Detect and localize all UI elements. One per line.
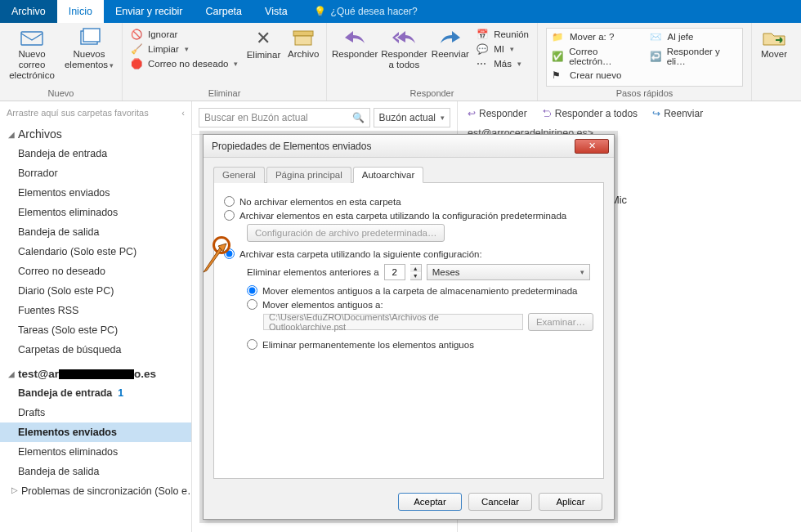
tab-home[interactable]: Inicio xyxy=(57,0,104,23)
opt-default-settings-radio[interactable] xyxy=(224,210,235,221)
tab-folder[interactable]: Carpeta xyxy=(195,0,253,23)
folder-outbox[interactable]: Bandeja de salida xyxy=(0,222,191,242)
ribbon-group-delete-label: Eliminar xyxy=(128,87,321,101)
folder-deleted[interactable]: Elementos eliminados xyxy=(0,203,191,222)
folder-tasks[interactable]: Tareas (Solo este PC) xyxy=(0,320,191,340)
opt-perm-delete[interactable]: Eliminar permanentemente los elementos a… xyxy=(247,339,593,350)
clean-older-unit-dropdown[interactable]: Meses▾ xyxy=(427,264,590,280)
dialog-cancel-button[interactable]: Cancelar xyxy=(468,493,532,511)
im-icon: 💬 xyxy=(477,43,490,55)
search-icon: 🔍 xyxy=(352,112,365,123)
ignore-button[interactable]: 🚫Ignorar xyxy=(128,28,241,41)
ribbon-group-respond: Responder Responder a todos Reenviar 📅Re… xyxy=(327,23,538,101)
account-folder-deleted[interactable]: Elementos eliminados xyxy=(0,442,191,462)
delete-button[interactable]: ✕ Eliminar xyxy=(244,25,282,61)
reply-button[interactable]: Responder xyxy=(332,25,378,60)
tell-me-box[interactable]: 💡 ¿Qué desea hacer? xyxy=(299,0,418,23)
reading-forward-button[interactable]: ↪Reenviar xyxy=(652,108,703,119)
more-icon: ⋯ xyxy=(477,58,490,69)
folder-calendar[interactable]: Calendario (Solo este PC) xyxy=(0,242,191,262)
folder-junk[interactable]: Correo no deseado xyxy=(0,262,191,281)
opt-no-archive-radio[interactable] xyxy=(224,196,235,207)
opt-move-to-radio[interactable] xyxy=(247,299,257,310)
account-folder-inbox[interactable]: Bandeja de entrada 1 xyxy=(0,383,191,403)
dialog-close-button[interactable]: ✕ xyxy=(575,139,609,154)
dialog-titlebar[interactable]: Propiedades de Elementos enviados ✕ xyxy=(204,135,614,158)
dialog-title: Propiedades de Elementos enviados xyxy=(212,141,371,152)
tab-file[interactable]: Archivo xyxy=(0,0,57,23)
opt-move-default-radio[interactable] xyxy=(247,285,257,296)
opt-move-to-path[interactable]: Mover elementos antiguos a: xyxy=(247,299,593,310)
reply-all-button[interactable]: Responder a todos xyxy=(381,25,427,70)
account-folder-outbox[interactable]: Bandeja de salida xyxy=(0,462,191,481)
spin-down-icon[interactable]: ▼ xyxy=(410,272,421,279)
quickstep-create-new[interactable]: ⚑Crear nuevo xyxy=(552,69,640,81)
folder-search[interactable]: Carpetas de búsqueda xyxy=(0,340,191,360)
opt-no-archive[interactable]: No archivar elementos en esta carpeta xyxy=(224,196,593,207)
check-mail-icon: ✅ xyxy=(552,51,564,62)
sidebar-account-header[interactable]: ◢ test@aro.es xyxy=(0,360,191,383)
quickstep-email-mgr[interactable]: ✅Correo electrón… xyxy=(552,47,640,66)
opt-perm-delete-radio[interactable] xyxy=(247,339,257,350)
favorites-drop-hint: Arrastre aquí sus carpetas favoritas‹ xyxy=(0,105,191,121)
archive-button[interactable]: Archivo xyxy=(285,25,321,60)
dialog-tab-homepage[interactable]: Página principal xyxy=(266,167,351,183)
dialog-tab-autoarchive[interactable]: Autoarchivar xyxy=(353,167,424,183)
search-input[interactable]: Buscar en Buzón actual 🔍 xyxy=(199,108,370,127)
spin-up-icon[interactable]: ▲ xyxy=(410,265,421,272)
folder-sent[interactable]: Elementos enviados xyxy=(0,183,191,203)
dialog-ok-button[interactable]: Aceptar xyxy=(398,493,462,511)
folder-journal[interactable]: Diario (Solo este PC) xyxy=(0,281,191,301)
quickstep-reply-delete[interactable]: ↩️Responder y eli… xyxy=(650,47,738,66)
account-folder-drafts[interactable]: Drafts xyxy=(0,403,191,422)
cleanup-button[interactable]: 🧹Limpiar▾ xyxy=(128,42,241,56)
reply-all-icon xyxy=(391,28,417,47)
svg-rect-4 xyxy=(295,36,311,45)
meeting-button[interactable]: 📅Reunión xyxy=(473,28,532,41)
svg-rect-3 xyxy=(293,31,313,36)
archive-path-field[interactable]: C:\Users\EduZRO\Documents\Archivos de Ou… xyxy=(263,314,523,330)
new-mail-button[interactable]: Nuevo correo electrónico xyxy=(5,25,59,82)
folder-inbox[interactable]: Bandeja de entrada xyxy=(0,144,191,163)
opt-default-settings[interactable]: Archivar elementos en esta carpeta utili… xyxy=(224,210,593,221)
forward-button[interactable]: Reenviar xyxy=(431,25,471,60)
quickstep-move-to[interactable]: 📁Mover a: ? xyxy=(552,31,640,42)
account-folder-sent[interactable]: Elementos enviados xyxy=(0,422,191,442)
opt-custom-settings-radio[interactable] xyxy=(224,248,235,259)
chevron-down-icon: ▾ xyxy=(580,268,584,276)
move-button[interactable]: Mover xyxy=(757,25,791,60)
reading-reply-all-button[interactable]: ⮌Responder a todos xyxy=(542,108,638,119)
search-scope-dropdown[interactable]: Buzón actual▾ xyxy=(374,108,450,127)
reply-delete-icon: ↩️ xyxy=(650,51,662,62)
new-items-button[interactable]: Nuevos elementos▾ xyxy=(62,25,116,70)
folder-rss[interactable]: Fuentes RSS xyxy=(0,301,191,320)
clean-older-value[interactable] xyxy=(384,264,405,280)
chevron-left-icon[interactable]: ‹ xyxy=(181,108,185,118)
broom-icon: 🧹 xyxy=(131,43,144,55)
browse-button[interactable]: Examinar… xyxy=(528,313,593,331)
dialog-tab-general[interactable]: General xyxy=(213,167,265,183)
ribbon-group-quicksteps-label: Pasos rápidos xyxy=(543,87,746,101)
junk-button[interactable]: 🛑Correo no deseado▾ xyxy=(128,57,241,70)
folder-drafts[interactable]: Borrador xyxy=(0,163,191,183)
quickstep-to-boss[interactable]: ✉️Al jefe xyxy=(650,31,738,42)
ribbon-tabs: Archivo Inicio Enviar y recibir Carpeta … xyxy=(0,0,801,23)
sidebar-data-file-header[interactable]: ◢ Archivos xyxy=(0,121,191,144)
more-respond-button[interactable]: ⋯Más▾ xyxy=(473,57,532,70)
flag-icon: ⚑ xyxy=(552,69,565,81)
account-folder-sync-issues[interactable]: ▷ Problemas de sincronización (Solo e… xyxy=(0,481,191,501)
caret-right-icon: ▷ xyxy=(11,485,18,497)
reading-reply-button[interactable]: ↩Responder xyxy=(468,108,527,119)
clean-older-spinner[interactable]: ▲▼ xyxy=(410,264,422,280)
dialog-apply-button[interactable]: Aplicar xyxy=(539,493,602,511)
opt-custom-settings[interactable]: Archivar esta carpeta utilizando la sigu… xyxy=(224,248,593,259)
reply-all-icon: ⮌ xyxy=(542,108,552,119)
new-items-label: Nuevos elementos▾ xyxy=(62,49,116,70)
tab-view[interactable]: Vista xyxy=(253,0,299,23)
folder-move-icon: 📁 xyxy=(552,31,565,42)
default-archive-settings-button[interactable]: Configuración de archivo predeterminada… xyxy=(247,224,445,242)
opt-move-default-folder[interactable]: Mover elementos antiguos a la carpeta de… xyxy=(247,285,593,296)
lightbulb-icon: 💡 xyxy=(314,6,326,17)
im-button[interactable]: 💬MI▾ xyxy=(473,42,532,56)
tab-send-receive[interactable]: Enviar y recibir xyxy=(104,0,195,23)
